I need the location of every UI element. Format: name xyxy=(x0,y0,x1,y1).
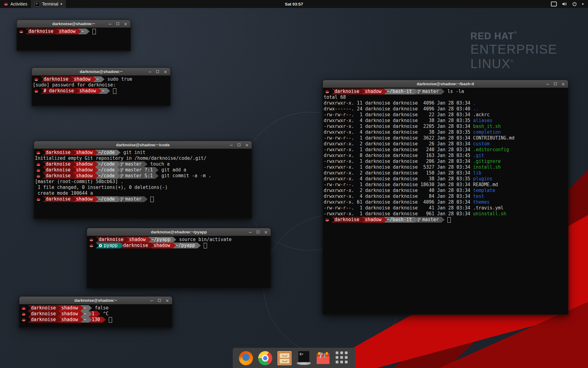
minimize-button[interactable]: − xyxy=(230,143,233,147)
toolbox-hinge xyxy=(326,352,328,355)
power-icon[interactable] xyxy=(572,2,577,6)
window-titlebar[interactable]: darknoise@shadow:~/code−× xyxy=(34,141,252,149)
output-line: -rwxrwxr-x. 1 darknoise darknoise 961 Ja… xyxy=(324,211,568,217)
close-button[interactable]: × xyxy=(165,298,169,303)
app-menu-terminal[interactable]: $> Terminal ▾ xyxy=(31,0,66,8)
prompt-segment-host: shadow xyxy=(73,196,98,202)
grid-dot xyxy=(345,361,348,363)
output-text: .. xyxy=(473,106,479,112)
close-button[interactable]: × xyxy=(124,22,127,26)
volume-icon[interactable] xyxy=(562,2,567,6)
redhat-icon xyxy=(4,2,8,6)
terminal-screen[interactable]: darknoiseshadow~/bash-itmasterls -latota… xyxy=(323,88,568,314)
window-titlebar[interactable]: darknoise@shadow:~/bash-it−× xyxy=(323,80,568,88)
terminal-cursor xyxy=(113,88,116,94)
dock-item-files[interactable] xyxy=(277,351,292,365)
prompt-segment-text: shadow xyxy=(76,150,92,155)
output-line: -rw-rw-r--. 1 darknoise darknoise 22 Jan… xyxy=(324,112,568,118)
window-buttons: −× xyxy=(230,143,252,147)
prompt-segment-text: darknoise xyxy=(31,311,56,317)
prompt-segment-text: ~/bash-it xyxy=(387,89,412,94)
close-button[interactable]: × xyxy=(164,70,167,74)
maximize-button[interactable] xyxy=(554,82,557,85)
screen-icon[interactable] xyxy=(551,2,557,6)
output-text: -rw-rw-r--. 1 darknoise darknoise 41 Jan… xyxy=(324,205,503,211)
dock-item-app-grid[interactable] xyxy=(335,351,349,365)
prompt-segment-text: darknoise xyxy=(46,196,70,202)
terminal-screen[interactable]: darknoiseshadow~ xyxy=(17,28,130,51)
prompt-segment-user: darknoise xyxy=(28,311,62,317)
git-branch-icon xyxy=(120,162,124,167)
prompt-line: darknoiseshadow~false xyxy=(20,305,172,311)
terminal-screen[interactable]: darknoiseshadow~falsedarknoiseshadow~1^C… xyxy=(19,304,172,328)
prompt-segment-user: darknoise xyxy=(28,317,62,323)
terminal-screen[interactable]: darknoiseshadow~/codegit initInitialized… xyxy=(34,149,252,219)
minimize-button[interactable]: − xyxy=(150,298,154,303)
output-text: drwx------. 24 darknoise darknoise 4096 … xyxy=(324,106,473,112)
output-line: drwxrwxr-x. 8 darknoise darknoise 163 Ja… xyxy=(324,153,568,159)
output-text: drwxrwxr-x. 4 darknoise darknoise 38 Jan… xyxy=(324,176,473,182)
chevron-down-icon[interactable]: ▾ xyxy=(582,2,584,6)
prompt-segment-text: master xyxy=(422,89,439,94)
terminal-cursor xyxy=(109,317,112,323)
prompt-segment-text: darknoise xyxy=(46,167,70,173)
prompt-segment-text: ~/pyapp xyxy=(176,243,195,248)
prompt-segment-path: ~/bash-it xyxy=(384,217,417,223)
dock-item-chrome[interactable] xyxy=(258,351,272,365)
terminal-window: darknoise@shadow:~−×darknoiseshadow~sudo… xyxy=(32,67,171,106)
dock-item-firefox[interactable] xyxy=(239,351,253,365)
output-text: -rwxrwxr-x. 1 darknoise darknoise 961 Ja… xyxy=(324,211,473,217)
close-button[interactable]: × xyxy=(264,230,268,234)
minimize-button[interactable]: − xyxy=(546,82,550,86)
output-text: -rw-rw-r--. 1 darknoise darknoise 3622 J… xyxy=(324,135,514,141)
output-text: bash_it.sh xyxy=(473,124,501,129)
dock-item-terminal[interactable]: $> xyxy=(297,351,311,365)
screwdriver-icon xyxy=(324,354,325,358)
prompt-segment-text: shadow xyxy=(365,217,381,223)
minimize-button[interactable]: − xyxy=(249,230,252,234)
maximize-button[interactable] xyxy=(238,144,240,146)
window-titlebar[interactable]: darknoise@shadow:~−× xyxy=(17,20,130,28)
terminal-screen[interactable]: darknoiseshadow~/pyappsource bin/activat… xyxy=(87,236,271,288)
prompt-segment-host: shadow xyxy=(76,88,102,94)
prompt-segment-text: shadow xyxy=(365,89,381,94)
terminal-screen[interactable]: darknoiseshadow~sudo true[sudo] password… xyxy=(32,75,170,106)
window-titlebar[interactable]: darknoise@shadow:~−× xyxy=(32,68,170,76)
prompt-segment-text: ~ xyxy=(102,88,104,94)
maximize-button[interactable] xyxy=(156,70,159,73)
prompt-segment-text: ~/code xyxy=(98,167,115,173)
output-text: Initialized empty Git repository in /hom… xyxy=(35,155,206,161)
clock[interactable]: Sat 03:57 xyxy=(285,2,303,6)
output-line: drwxrwxr-x. 2 darknoise darknoise 26 Jan… xyxy=(324,141,568,147)
prompt-segment-user: # darknoise xyxy=(40,88,80,94)
app-grid-icon xyxy=(335,351,350,366)
output-text: -rwxrwxr-x. 1 darknoise darknoise 5327 J… xyxy=(324,164,473,170)
activities-button[interactable]: Activities xyxy=(0,0,31,8)
prompt-segment-text: shadow xyxy=(61,311,78,317)
maximize-button[interactable] xyxy=(257,231,259,233)
prompt-segment-host: shadow xyxy=(58,311,84,317)
maximize-button[interactable] xyxy=(116,22,119,25)
close-button[interactable]: × xyxy=(561,82,565,86)
output-text: -rwxrwxr-x. 1 darknoise darknoise 240 Ja… xyxy=(324,147,473,152)
prompt-segment-git: master xyxy=(117,196,148,202)
maximize-button[interactable] xyxy=(158,299,161,302)
window-titlebar[interactable]: darknoise@shadow:~−× xyxy=(19,297,172,305)
prompt-segment-host: shadow xyxy=(58,305,84,311)
close-button[interactable]: × xyxy=(245,143,249,147)
minimize-button[interactable]: − xyxy=(108,22,112,26)
minimize-button[interactable]: − xyxy=(148,70,152,74)
prompt-segment-user: darknoise xyxy=(43,161,76,167)
git-branch-icon xyxy=(120,174,124,178)
terminal-icon-screen: $> xyxy=(298,351,309,362)
prompt-segment-text: ~ xyxy=(83,317,86,323)
dock-item-toolbox[interactable] xyxy=(316,351,330,365)
prompt-segment-text: ~/bash-it xyxy=(387,217,412,223)
prompt-segment-host: shadow xyxy=(73,161,98,167)
prompt-segment-path: ~/code xyxy=(95,167,120,173)
prompt-segment-text: pyapp xyxy=(104,243,118,248)
prompt-segment-text: 1 xyxy=(92,311,95,317)
prompt-segment-text: ~/code xyxy=(98,150,115,155)
output-line: [master (root-commit) 50bcb63] . xyxy=(35,179,252,185)
window-titlebar[interactable]: darknoise@shadow:~/pyapp−× xyxy=(87,228,271,236)
